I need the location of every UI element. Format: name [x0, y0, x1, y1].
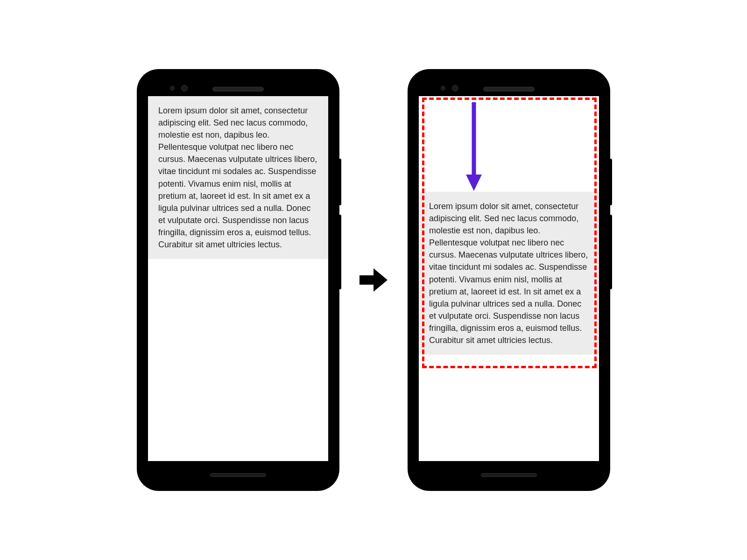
phone-screen-before: Lorem ipsum dolor sit amet, consectetur … — [148, 96, 328, 461]
diagram-container: Lorem ipsum dolor sit amet, consectetur … — [0, 0, 747, 560]
phone-side-button — [609, 159, 612, 205]
bottom-speaker-icon — [210, 473, 266, 477]
phone-inner: Lorem ipsum dolor sit amet, consectetur … — [144, 77, 332, 483]
arrow-down-icon — [462, 100, 486, 193]
bottom-speaker-icon — [481, 473, 537, 477]
phone-side-button — [338, 215, 341, 289]
phone-side-button — [338, 159, 341, 205]
speaker-grille-icon — [483, 87, 535, 91]
lorem-text: Lorem ipsum dolor sit amet, consectetur … — [429, 202, 588, 345]
phone-screen-after: Lorem ipsum dolor sit amet, consectetur … — [419, 96, 599, 461]
phone-before: Lorem ipsum dolor sit amet, consectetur … — [138, 70, 338, 490]
content-text-block-offset: Lorem ipsum dolor sit amet, consectetur … — [419, 192, 599, 355]
transition-arrow — [357, 264, 390, 296]
phone-after: Lorem ipsum dolor sit amet, consectetur … — [409, 70, 609, 490]
lorem-text: Lorem ipsum dolor sit amet, consectetur … — [158, 106, 317, 249]
phone-inner: Lorem ipsum dolor sit amet, consectetur … — [415, 77, 603, 483]
speaker-grille-icon — [212, 87, 264, 91]
phone-side-button — [609, 215, 612, 289]
content-text-block: Lorem ipsum dolor sit amet, consectetur … — [148, 96, 328, 259]
speaker-area — [144, 82, 332, 96]
arrow-right-icon — [357, 264, 390, 296]
speaker-area — [415, 82, 603, 96]
